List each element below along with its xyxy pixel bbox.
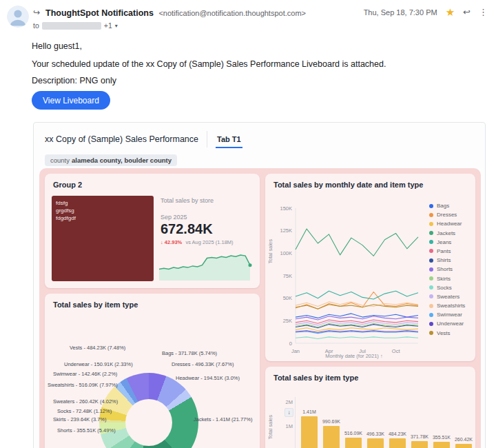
- legend-dot-icon: [429, 322, 433, 326]
- sender-name[interactable]: ThoughtSpot Notifications: [45, 8, 154, 18]
- bar-axis-tick: 1M: [273, 423, 293, 429]
- sort-descending-icon[interactable]: ↓: [285, 408, 293, 417]
- treemap-viz[interactable]: fdsfg grgdfsg fdgdfgdf: [52, 196, 154, 281]
- bar-value-label: 355.51K: [433, 435, 451, 440]
- donut-segment-label: Underwear - 150.91K (2.33%): [64, 361, 133, 367]
- bar[interactable]: [455, 444, 472, 448]
- treemap-label-line: fdsfg: [56, 199, 149, 207]
- liveboard-header: xx Copy of (Sample) Sales Performance Ta…: [45, 130, 242, 149]
- donut-chart-title: Total sales by item type: [53, 301, 138, 309]
- donut-segment-label: Jackets - 1.41M (21.77%): [194, 416, 252, 422]
- bar[interactable]: [389, 438, 406, 448]
- kpi-period: Sep 2025: [161, 214, 187, 221]
- donut-chart-card[interactable]: Total sales by item type Bags - 371.78K …: [45, 294, 260, 448]
- sender-line: ThoughtSpot Notifications <notification@…: [45, 8, 306, 18]
- donut-segment-label: Headwear - 194.51K (3.0%): [176, 375, 240, 381]
- donut-segment-label: Socks - 72.48K (1.12%): [57, 408, 112, 414]
- group2-card[interactable]: Group 2 fdsfg grgdfsg fdgdfgdf Total sal…: [45, 174, 260, 288]
- bar[interactable]: [411, 441, 428, 448]
- tab-t1[interactable]: Tab T1: [216, 131, 242, 148]
- bar-y-axis: [295, 397, 296, 448]
- legend-item[interactable]: Jackets: [429, 230, 465, 236]
- bar-axis-tick: 2M: [273, 399, 293, 405]
- bar[interactable]: [367, 438, 384, 448]
- expand-details-icon[interactable]: ▾: [115, 23, 118, 29]
- legend-item[interactable]: Underwear: [429, 320, 465, 327]
- legend-dot-icon: [429, 331, 433, 335]
- legend-item[interactable]: Sweatshirts: [429, 303, 465, 309]
- kpi-delta-percent: ↓ 42.93%: [161, 239, 182, 245]
- recipient-extra: +1: [104, 21, 112, 30]
- legend-label: Sweaters: [437, 294, 459, 300]
- bar-chart-card[interactable]: Total sales by item type Total sales 1M2…: [265, 367, 475, 448]
- legend-item[interactable]: Dresses: [429, 212, 465, 218]
- reply-icon[interactable]: ↩: [463, 8, 471, 17]
- legend-dot-icon: [429, 294, 433, 298]
- legend-label: Shorts: [437, 266, 453, 272]
- legend-item[interactable]: Headwear: [429, 221, 465, 227]
- bar-plot[interactable]: 1M2M1.41M990.69K516.09K496.33K484.23K371…: [296, 391, 472, 448]
- legend-item[interactable]: Shorts: [429, 266, 465, 272]
- line-y-axis-label: Total sales: [267, 239, 273, 263]
- bar[interactable]: [433, 442, 450, 448]
- kpi-delta: ↓ 42.93% vs Aug 2025 (1.18M): [161, 239, 234, 245]
- line-chart-title: Total sales by monthly date and item typ…: [273, 181, 423, 189]
- liveboard-attachment[interactable]: xx Copy of (Sample) Sales Performance Ta…: [33, 122, 486, 448]
- donut-segment-label: Sweaters - 260.42K (4.02%): [53, 398, 118, 405]
- legend-item[interactable]: Swimwear: [429, 312, 465, 318]
- line-chart-card[interactable]: Total sales by monthly date and item typ…: [265, 174, 475, 361]
- legend-label: Vests: [437, 330, 451, 336]
- legend-label: Underwear: [437, 320, 464, 327]
- svg-text:75K: 75K: [283, 273, 292, 279]
- greeting-text: Hello guest1,: [32, 41, 82, 51]
- filter-name: county: [50, 156, 70, 164]
- bar-value-label: 496.33K: [366, 431, 384, 436]
- bar[interactable]: [345, 438, 362, 448]
- legend-label: Jeans: [437, 239, 451, 245]
- liveboard-title: xx Copy of (Sample) Sales Performance: [45, 134, 198, 144]
- star-icon[interactable]: ★: [446, 7, 455, 17]
- svg-text:50K: 50K: [283, 295, 292, 301]
- legend-item[interactable]: Skirts: [429, 276, 465, 282]
- group2-title: Group 2: [53, 181, 82, 189]
- sender-email: <notification@notification.thoughtspot.c…: [158, 9, 306, 17]
- bar-value-label: 516.09K: [344, 431, 362, 436]
- legend-dot-icon: [429, 313, 433, 317]
- legend-item[interactable]: Vests: [429, 330, 465, 336]
- legend-item[interactable]: Socks: [429, 285, 465, 291]
- bar[interactable]: [323, 426, 340, 448]
- kpi-title: Total sales by store: [161, 197, 214, 204]
- sort-ascending-icon[interactable]: ↑: [380, 353, 383, 359]
- legend-dot-icon: [429, 285, 433, 289]
- legend-label: Sweatshirts: [437, 303, 465, 309]
- sender-avatar[interactable]: [7, 6, 29, 28]
- legend-dot-icon: [429, 222, 433, 226]
- legend-label: Headwear: [437, 221, 462, 227]
- legend-dot-icon: [429, 304, 433, 308]
- liveboard-group-panel: Group 2 fdsfg grgdfsg fdgdfgdf Total sal…: [39, 168, 481, 448]
- bar[interactable]: [301, 416, 318, 448]
- donut-segment-label: Bags - 371.78K (5.74%): [162, 350, 217, 356]
- legend-item[interactable]: Sweaters: [429, 294, 465, 300]
- donut-chart[interactable]: Bags - 371.78K (5.74%)Dresses - 496.33K …: [45, 312, 260, 448]
- filter-chip-county[interactable]: countyalameda county, boulder county: [45, 154, 177, 166]
- more-options-icon[interactable]: ⋮: [479, 8, 488, 17]
- monthly-line-chart[interactable]: 025K50K75K100K125K150KJanAprJulOct: [273, 200, 425, 356]
- donut-segment-label: Swimwear - 142.46K (2.2%): [53, 371, 117, 377]
- bar-value-label: 1.41M: [302, 409, 316, 414]
- bar-value-label: 260.42K: [455, 437, 473, 442]
- donut-segment-label: Shorts - 355.51K (5.49%): [57, 427, 116, 434]
- legend-item[interactable]: Shirts: [429, 257, 465, 263]
- person-icon: [7, 6, 29, 28]
- kpi-value: 672.84K: [161, 221, 213, 237]
- legend-item[interactable]: Jeans: [429, 239, 465, 245]
- view-liveboard-button[interactable]: View Liveboard: [32, 91, 110, 110]
- legend-item[interactable]: Bags: [429, 203, 465, 209]
- forward-arrow-icon: ↪: [33, 8, 40, 17]
- treemap-label-line: grgdfsg: [56, 207, 149, 214]
- recipient-row[interactable]: to +1 ▾: [33, 21, 118, 30]
- treemap-label-line: fdgdfgdf: [56, 214, 149, 222]
- legend-item[interactable]: Pants: [429, 248, 465, 254]
- legend-label: Dresses: [437, 212, 457, 218]
- donut-hole: [125, 399, 172, 446]
